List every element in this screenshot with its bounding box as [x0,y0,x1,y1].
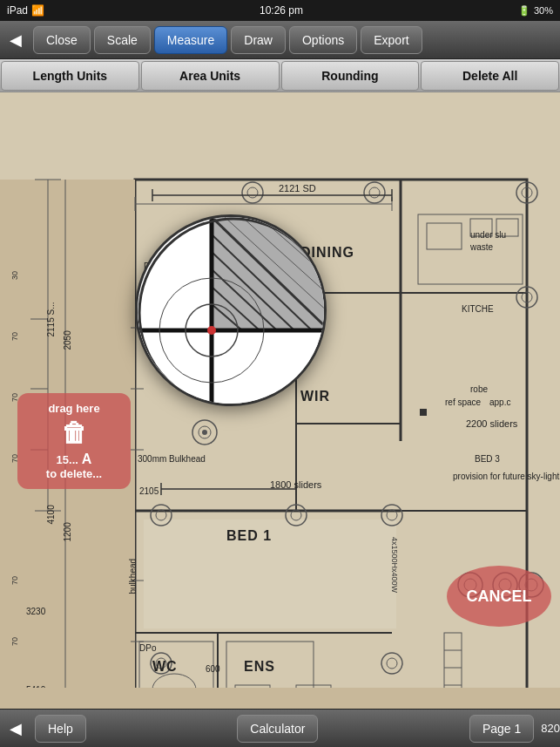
drag-here-text: drag here [48,402,99,415]
magnifier-content [138,217,327,406]
dim-5410: 2050 [63,330,72,350]
under-slu-label: under slu [470,230,506,240]
provision-label: provision for future sky-light [453,472,559,481]
dim-2050: 5410 [26,685,45,688]
battery-icon: 🔋 [518,5,530,17]
battery-level: 30% [534,5,553,16]
dim-2200sliders: 2200 sliders [466,418,517,429]
cancel-label: CANCEL [467,587,532,606]
dim-720: 600 [206,664,220,674]
export-button[interactable]: Export [361,26,422,54]
waste-label: waste [470,242,493,252]
trash-icon: 🗑 [26,418,122,448]
magnifier-inner [138,217,324,404]
length-units-button[interactable]: Length Units [1,61,139,91]
svg-text:4x1500Hx400W: 4x1500Hx400W [390,537,399,594]
ref-space-label: ref space [445,397,481,407]
svg-point-109 [207,326,216,335]
appc-label: app.c [489,397,510,407]
page-button[interactable]: Page 1 [469,715,534,743]
bottom-back-button[interactable]: ◀ [0,713,31,744]
page-number: 820 [541,722,560,735]
svg-text:70: 70 [10,637,19,646]
bulkhead-label: bulkhead [128,559,138,594]
svg-text:70: 70 [10,576,19,585]
device-name: iPad [7,4,28,17]
delete-all-button[interactable]: Delete All [421,61,559,91]
sub-nav-bar: Length Units Area Units Rounding Delete … [0,59,560,92]
measure-dot [420,409,427,416]
dim-1200: 3230 [26,607,45,616]
bed1-label: BED 1 [226,528,272,544]
blueprint-area[interactable]: 4x1500Hx400W P B 820 30 70 70 70 70 70 7… [0,92,560,688]
robe-label: robe [470,384,488,394]
help-button[interactable]: Help [35,715,86,743]
wc-label: WC [152,659,178,675]
area-units-button[interactable]: Area Units [141,61,280,91]
options-button[interactable]: Options [289,26,357,54]
dim-2105a: 2105 [139,486,159,496]
cancel-overlay[interactable]: CANCEL [447,566,551,627]
dim-3230: 4100 [46,505,56,524]
status-time: 10:26 pm [260,4,303,17]
svg-text:30: 30 [10,271,19,280]
scale-button[interactable]: Scale [94,26,151,54]
signal-icon: 📶 [31,4,44,17]
close-button[interactable]: Close [33,26,91,54]
back-button[interactable]: ◀ [0,24,31,56]
svg-point-54 [202,430,207,435]
dim-4100: 2115 S... [46,302,56,336]
to-delete-text: to delete... [46,467,102,480]
calculator-button[interactable]: Calculator [237,715,318,743]
draw-button[interactable]: Draw [231,26,286,54]
dim-2115: 300mm Bulkhead [138,454,206,464]
dim-2121sd: 2121 SD [279,183,316,194]
measurement-value: 15... [57,453,78,466]
svg-marker-102 [212,217,327,330]
dim-4500: 1200 [63,522,72,541]
delete-overlay: drag here 🗑 15... A to delete... [17,393,131,489]
bed3-label: BED 3 [475,454,500,464]
ens-label: ENS [244,659,275,675]
dim-2105b: DPo [139,643,156,653]
kitche-label: KITCHE [462,304,494,314]
side-label: A [82,452,92,467]
bottom-bar: ◀ Help Calculator Page 1 820 [0,709,560,747]
status-bar: iPad 📶 10:26 pm 🔋 30% [0,0,560,21]
rounding-button[interactable]: Rounding [281,61,420,91]
dim-1800sliders: 1800 sliders [270,479,321,490]
measure-button[interactable]: Measure [154,26,227,54]
nav-bar: ◀ Close Scale Measure Draw Options Expor… [0,21,560,59]
status-left: iPad 📶 [7,4,44,17]
magnifier-circle [135,214,327,406]
svg-text:70: 70 [10,332,19,341]
status-right: 🔋 30% [518,5,553,17]
